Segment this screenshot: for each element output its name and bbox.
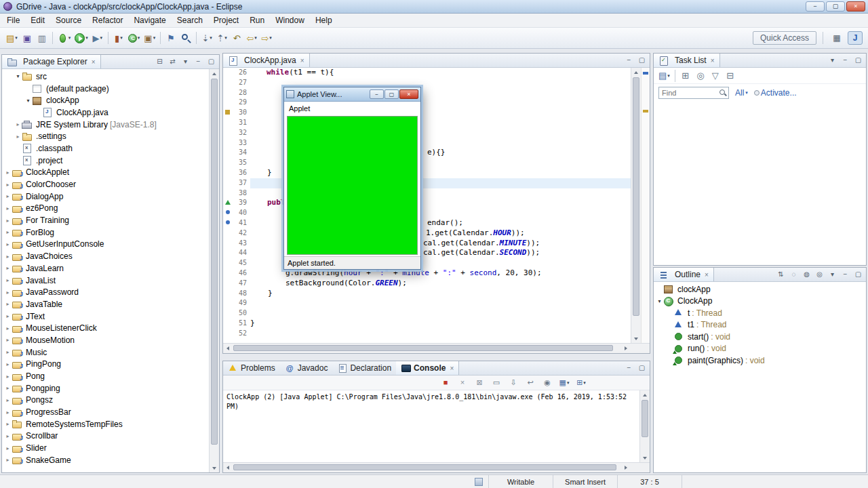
line-number[interactable]: 45 [233, 258, 247, 268]
expander-closed-icon[interactable]: ▸ [4, 457, 12, 463]
tree-item-clockapp[interactable]: ▾ClockApp [654, 296, 866, 308]
categorized-icon[interactable]: ⊞ [679, 68, 692, 83]
line-number[interactable]: 40 [233, 208, 247, 218]
editor-tab-close-icon[interactable]: × [300, 57, 304, 64]
expander-closed-icon[interactable]: ▸ [4, 325, 12, 331]
task-marker[interactable] [225, 110, 230, 115]
window-close-button[interactable]: × [846, 1, 865, 12]
expander-closed-icon[interactable]: ▸ [4, 385, 12, 391]
line-number[interactable]: 35 [233, 158, 247, 168]
save-icon[interactable]: ▣ [20, 30, 34, 45]
open-task-icon[interactable]: ⚑ [164, 30, 178, 45]
maximize-icon[interactable]: ▢ [852, 55, 864, 66]
tree-item-for-training[interactable]: ▸For Training [2, 214, 209, 226]
tree-item-pong[interactable]: ▸Pong [2, 370, 209, 382]
expander-closed-icon[interactable]: ▸ [4, 218, 12, 224]
expander-closed-icon[interactable]: ▸ [4, 445, 12, 451]
line-number[interactable]: 34 [233, 148, 247, 158]
scrollbar-thumb[interactable] [633, 77, 639, 316]
hide-static-icon[interactable]: ◍ [801, 269, 812, 280]
tab-package-explorer[interactable]: Package Explorer × [2, 55, 101, 68]
tree-item-jtext[interactable]: ▸JText [2, 310, 209, 323]
menu-source[interactable]: Source [50, 14, 87, 26]
open-perspective-icon[interactable]: ▦ [829, 31, 844, 45]
tree-item-clockapplet[interactable]: ▸ClockApplet [2, 167, 209, 179]
tab-javadoc[interactable]: @Javadoc [280, 361, 333, 375]
print-icon[interactable]: ▥ [35, 30, 49, 45]
line-number[interactable]: 41 [233, 218, 247, 228]
new-task-icon[interactable]: ▤▾ [657, 68, 671, 83]
editor-horizontal-scrollbar[interactable] [223, 343, 631, 353]
tree-item-javalist[interactable]: ▸JavaList [2, 274, 209, 287]
tree-item-settings[interactable]: ▸.settings [2, 130, 209, 142]
terminate-icon[interactable]: ■ [439, 375, 452, 390]
scroll-down-icon[interactable] [640, 453, 650, 462]
filter-icon[interactable]: ▽ [709, 68, 722, 83]
tab-declaration[interactable]: Declaration [332, 361, 396, 375]
expander-open-icon[interactable]: ▾ [656, 298, 663, 304]
line-number[interactable]: 39 [233, 198, 247, 208]
tree-item-default-package[interactable]: (default package) [2, 83, 209, 95]
scrollbar-thumb[interactable] [233, 464, 616, 470]
tree-item-slider[interactable]: ▸Slider [2, 442, 209, 454]
console-vertical-scrollbar[interactable] [639, 390, 650, 462]
line-number[interactable]: 42 [233, 228, 247, 239]
view-menu-icon[interactable]: ▾ [827, 269, 838, 280]
annotation-ruler[interactable] [223, 68, 233, 343]
tree-item-run[interactable]: run() : void [654, 343, 866, 355]
line-number[interactable]: 27 [233, 78, 247, 88]
maximize-icon[interactable]: ▢ [852, 269, 864, 280]
line-number[interactable]: 52 [233, 329, 247, 339]
tree-item-jre-system-library[interactable]: ▸JRE System Library [JavaSE-1.8] [2, 119, 209, 131]
scroll-left-icon[interactable] [223, 463, 233, 472]
expander-closed-icon[interactable]: ▸ [4, 229, 12, 235]
new-wizard-icon[interactable]: ▤▾ [5, 30, 19, 45]
task-list-content[interactable] [654, 102, 866, 265]
console-tab-close-icon[interactable]: × [450, 365, 454, 372]
package-explorer-tab-close-icon[interactable]: × [92, 58, 96, 66]
new-class-icon[interactable]: ▾ [127, 30, 142, 45]
implement-marker[interactable] [226, 220, 230, 224]
scrollbar-thumb[interactable] [211, 79, 218, 445]
scroll-lock-icon[interactable]: ⇩ [507, 375, 520, 390]
task-activate-link[interactable]: Activate... [754, 88, 797, 98]
scroll-up-icon[interactable] [210, 69, 219, 78]
scrollbar-thumb[interactable] [233, 345, 613, 351]
console-horizontal-scrollbar[interactable] [223, 462, 631, 472]
tree-item-colorchooser[interactable]: ▸ColorChooser [2, 178, 209, 190]
line-number[interactable]: 31 [233, 118, 247, 128]
overview-mark[interactable] [643, 72, 648, 75]
line-number[interactable]: 44 [233, 248, 247, 258]
tree-item-mousemotion[interactable]: ▸MouseMotion [2, 334, 209, 346]
scroll-right-icon[interactable] [621, 463, 631, 472]
expander-closed-icon[interactable]: ▸ [4, 421, 12, 427]
implement-marker[interactable] [226, 210, 230, 214]
tree-item-paint-graphics[interactable]: paint(Graphics) : void [654, 354, 866, 367]
applet-viewer-window[interactable]: Applet View... − ▢ × Applet Applet start… [283, 87, 421, 270]
minimize-icon[interactable]: − [623, 55, 635, 66]
expander-closed-icon[interactable]: ▸ [14, 121, 22, 127]
focus-icon[interactable]: ◎ [694, 68, 707, 83]
line-number[interactable]: 32 [233, 128, 247, 138]
line-number[interactable]: 30 [233, 108, 247, 118]
tree-item-pingpong[interactable]: ▸PingPong [2, 359, 209, 371]
sort-icon[interactable]: ⇅ [775, 269, 787, 280]
tree-item-getuserinputconsole[interactable]: ▸GetUserInputConsole [2, 239, 209, 251]
expander-open-icon[interactable]: ▾ [24, 98, 32, 104]
applet-canvas[interactable] [287, 116, 418, 255]
external-tools-icon[interactable]: ▶▾ [91, 30, 104, 45]
scroll-right-icon[interactable] [621, 344, 631, 353]
back-icon[interactable]: ⇦▾ [245, 30, 258, 45]
hide-fields-icon[interactable]: ◌ [788, 269, 800, 280]
menu-file[interactable]: File [1, 14, 25, 26]
menu-search[interactable]: Search [172, 14, 208, 26]
expander-closed-icon[interactable]: ▸ [4, 253, 12, 260]
line-number[interactable]: 29 [233, 98, 247, 108]
coverage-icon[interactable]: ▮▾ [112, 30, 125, 45]
tree-item-javatable[interactable]: ▸JavaTable [2, 298, 209, 310]
expander-closed-icon[interactable]: ▸ [4, 373, 12, 380]
line-number[interactable]: 26 [233, 68, 247, 78]
expander-closed-icon[interactable]: ▸ [4, 397, 12, 403]
expander-open-icon[interactable]: ▾ [14, 73, 22, 79]
tree-item-javapassword[interactable]: ▸JavaPassword [2, 286, 209, 298]
